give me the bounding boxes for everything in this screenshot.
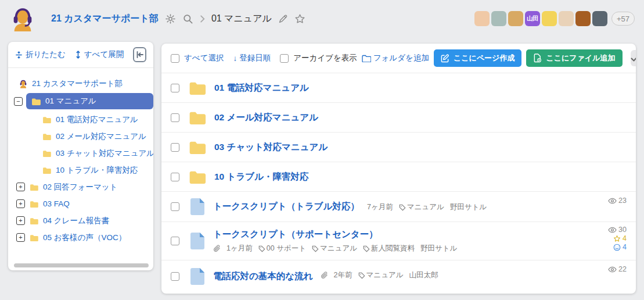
page-row[interactable]: 電話応対の基本的な流れ 2年前 マニュアル 山田太郎 22 xyxy=(161,260,636,292)
folder-icon xyxy=(188,140,206,154)
select-all-link[interactable]: すべて選択 xyxy=(184,53,224,63)
expand-all-label: すべて展開 xyxy=(84,49,124,60)
tree-item-collapsed[interactable]: + 03 FAQ xyxy=(14,195,153,212)
create-page-button[interactable]: ここにページ作成 xyxy=(434,49,522,67)
tag[interactable]: マニュアル xyxy=(312,244,357,253)
tree-item-child[interactable]: 03 チャット対応マニュアル xyxy=(14,145,153,162)
eye-icon xyxy=(608,227,617,233)
tree-item-child[interactable]: 10 トラブル・障害対応 xyxy=(14,162,153,178)
page-title-link[interactable]: トークスクリプト（サポートセンター） xyxy=(213,228,457,241)
folder-icon xyxy=(30,217,38,224)
avatar[interactable] xyxy=(592,11,607,26)
file-plus-icon xyxy=(533,53,542,63)
row-checkbox[interactable] xyxy=(171,173,179,181)
folder-tree: 21 カスタマーサポート部 − 01 マニュアル 01 電話対応マニュアル 02… xyxy=(8,68,153,246)
eye-icon xyxy=(608,198,617,204)
folder-row[interactable]: 03 チャット対応マニュアル xyxy=(161,132,636,162)
expand-node-button[interactable]: + xyxy=(16,233,25,242)
folder-title-link[interactable]: 10 トラブル・障害対応 xyxy=(214,171,309,183)
page-row[interactable]: トークスクリプト（サポートセンター） 1ヶ月前 00 サポート マニュアル 新人… xyxy=(161,222,636,260)
avatar[interactable] xyxy=(542,11,557,26)
folder-icon xyxy=(188,110,206,124)
row-checkbox[interactable] xyxy=(171,113,179,122)
avatar[interactable]: 山田 xyxy=(525,11,540,26)
avatar[interactable] xyxy=(491,11,506,26)
row-checkbox[interactable] xyxy=(171,272,179,281)
confirm-check-button[interactable] xyxy=(631,50,636,66)
edit-square-icon xyxy=(441,54,449,63)
tree-item-label: 03 FAQ xyxy=(43,199,70,208)
tag-label: 00 サポート xyxy=(267,244,306,253)
tree-item-collapsed[interactable]: + 05 お客様の声（VOC） xyxy=(14,229,153,246)
team-logo[interactable] xyxy=(9,5,36,32)
tree-root-team[interactable]: 21 カスタマーサポート部 xyxy=(14,76,153,91)
page-title-link[interactable]: トークスクリプト（トラブル対応） xyxy=(213,201,359,213)
tree-item-child[interactable]: 02 メール対応マニュアル xyxy=(14,128,153,145)
tree-item-manual-selected[interactable]: 01 マニュアル xyxy=(26,93,153,109)
breadcrumb-chevron-icon xyxy=(199,15,206,23)
tree-item-collapsed[interactable]: + 04 クレーム報告書 xyxy=(14,212,153,229)
show-archive-checkbox[interactable] xyxy=(280,54,289,63)
row-checkbox[interactable] xyxy=(171,202,179,211)
folder-title-link[interactable]: 01 電話対応マニュアル xyxy=(214,82,309,94)
add-folder-link[interactable]: フォルダを追加 xyxy=(362,53,429,63)
collapse-node-button[interactable]: − xyxy=(14,97,23,106)
tree-item-child[interactable]: 01 電話対応マニュアル xyxy=(14,111,153,128)
folder-icon xyxy=(42,167,51,174)
page-title-link[interactable]: 電話応対の基本的な流れ xyxy=(213,270,313,283)
sort-order-link[interactable]: ↓ 登録日順 xyxy=(233,53,271,63)
search-icon[interactable] xyxy=(182,13,193,24)
tree-item-collapsed[interactable]: + 02 回答フォーマット xyxy=(14,178,153,195)
create-page-label: ここにページ作成 xyxy=(454,53,515,63)
row-checkbox[interactable] xyxy=(171,237,179,245)
avatar[interactable] xyxy=(474,11,490,26)
collapse-all-link[interactable]: 折りたたむ xyxy=(15,49,66,60)
hide-sidebar-button[interactable] xyxy=(133,47,146,62)
tree-item-label: 03 チャット対応マニュアル xyxy=(56,148,153,159)
sort-down-arrow-icon: ↓ xyxy=(233,54,237,63)
author-name[interactable]: 山田太郎 xyxy=(409,270,438,280)
add-file-button[interactable]: ここにファイル追加 xyxy=(526,49,622,67)
avatar[interactable] xyxy=(575,11,591,26)
show-archive-label[interactable]: アーカイブを表示 xyxy=(293,53,357,63)
folder-row[interactable]: 10 トラブル・障害対応 xyxy=(161,162,636,191)
tag[interactable]: マニュアル xyxy=(358,270,404,280)
row-checkbox[interactable] xyxy=(171,84,179,92)
expand-all-link[interactable]: すべて展開 xyxy=(75,49,124,60)
folder-add-icon xyxy=(362,55,371,62)
expand-node-button[interactable]: + xyxy=(16,199,25,208)
row-checkbox[interactable] xyxy=(171,143,179,152)
tree-item-label: 02 回答フォーマット xyxy=(43,182,117,192)
folder-row[interactable]: 02 メール対応マニュアル xyxy=(161,102,636,132)
tag[interactable]: マニュアル xyxy=(399,202,444,212)
star-count: 4 xyxy=(613,234,627,242)
author-name[interactable]: 野田サトル xyxy=(450,202,487,212)
folder-row[interactable]: 01 電話対応マニュアル xyxy=(161,73,636,102)
tag-icon xyxy=(258,245,265,252)
check-icon xyxy=(631,55,636,62)
collapse-all-label: 折りたたむ xyxy=(26,49,66,60)
tag-icon xyxy=(399,204,406,211)
favorite-star-icon[interactable] xyxy=(294,13,305,24)
avatar[interactable] xyxy=(559,11,574,26)
folder-title-link[interactable]: 03 チャット対応マニュアル xyxy=(214,141,328,153)
tag[interactable]: 00 サポート xyxy=(258,244,306,253)
expand-node-button[interactable]: + xyxy=(16,183,25,191)
tag-icon xyxy=(358,272,365,279)
author-name[interactable]: 野田サトル xyxy=(420,244,457,253)
view-count: 30 xyxy=(608,226,627,234)
team-name-link[interactable]: 21 カスタマーサポート部 xyxy=(51,13,159,25)
tag-label: 新人閲覧資料 xyxy=(371,244,415,253)
select-all-checkbox[interactable] xyxy=(171,54,179,63)
folder-title-link[interactable]: 02 メール対応マニュアル xyxy=(214,112,318,124)
tag[interactable]: 新人閲覧資料 xyxy=(363,244,415,253)
tag-label: マニュアル xyxy=(320,244,357,253)
settings-gear-icon[interactable] xyxy=(165,13,176,24)
expand-node-button[interactable]: + xyxy=(16,216,25,225)
edit-title-pencil-icon[interactable] xyxy=(278,14,288,24)
member-overflow-badge[interactable]: +57 xyxy=(611,12,635,26)
sidebar-horizontal-scrollbar[interactable] xyxy=(14,263,149,267)
tag-label: マニュアル xyxy=(366,270,404,280)
avatar[interactable] xyxy=(508,11,523,26)
page-row[interactable]: トークスクリプト（トラブル対応） 7ヶ月前 マニュアル 野田サトル 23 xyxy=(161,191,636,222)
